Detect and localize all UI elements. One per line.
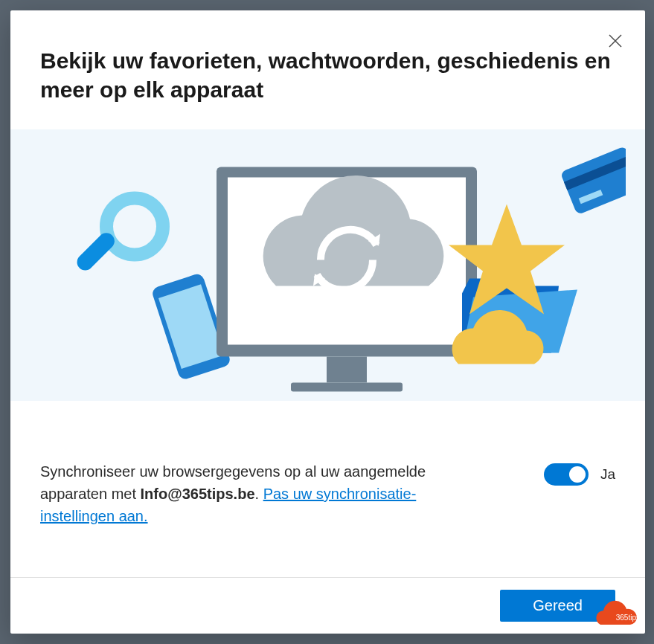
sync-toggle[interactable] [544,463,589,486]
sync-illustration [10,129,645,401]
svg-rect-6 [327,356,367,382]
sync-text-separator: . [255,486,263,502]
svg-rect-7 [291,382,403,391]
dialog-title: Bekijk uw favorieten, wachtwoorden, gesc… [40,46,615,104]
credit-card-icon [560,146,625,215]
dialog-header: Bekijk uw favorieten, wachtwoorden, gesc… [10,10,645,116]
sync-account-email: Info@365tips.be [141,486,255,502]
sync-settings-dialog: Bekijk uw favorieten, wachtwoorden, gesc… [10,10,645,634]
sync-description-text: Synchroniseer uw browsergegevens op al u… [40,460,457,527]
close-button[interactable] [603,29,627,53]
toggle-knob-icon [569,466,586,483]
sync-description-row: Synchroniseer uw browsergegevens op al u… [10,401,645,557]
sync-toggle-group: Ja [544,463,615,486]
svg-point-0 [106,198,163,254]
watermark-label: 365tips [616,614,640,622]
dialog-footer: Gereed [10,577,645,634]
close-icon [609,34,622,48]
magnifier-icon [74,198,163,274]
watermark-badge: 365tips [593,599,645,631]
svg-rect-3 [158,284,223,369]
sync-toggle-label: Ja [600,466,615,483]
monitor-icon [217,167,477,391]
